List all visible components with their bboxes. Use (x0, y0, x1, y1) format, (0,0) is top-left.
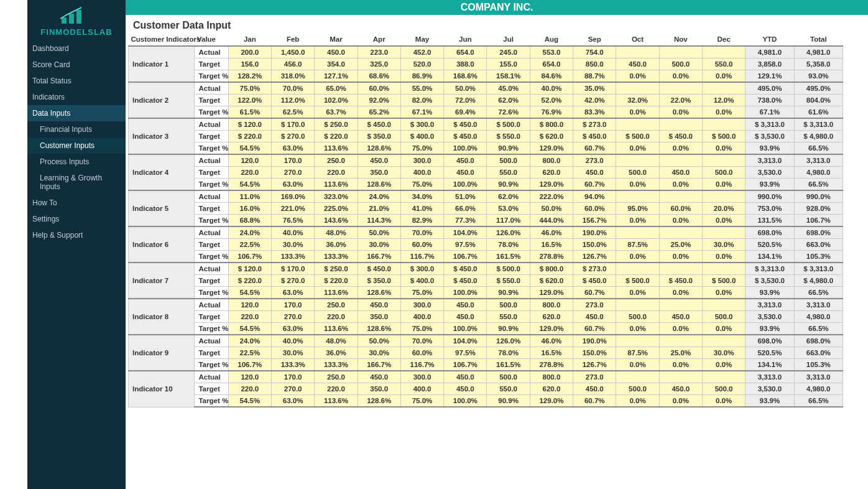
data-cell[interactable]: 0.0% (616, 106, 659, 119)
data-cell[interactable]: 41.0% (400, 203, 443, 215)
data-cell[interactable]: $ 170.0 (271, 263, 314, 275)
data-cell[interactable]: 128.6% (358, 323, 400, 335)
data-cell[interactable]: 63.0% (271, 142, 314, 155)
data-cell[interactable]: 66.0% (444, 203, 487, 215)
data-cell[interactable]: 30.0% (271, 239, 314, 251)
data-cell[interactable]: 250.0 (315, 299, 358, 311)
data-cell[interactable]: 450.0 (444, 299, 487, 311)
data-cell[interactable]: 54.5% (228, 287, 271, 299)
data-cell[interactable]: 126.0% (487, 226, 530, 239)
data-cell[interactable]: 42.0% (573, 95, 616, 106)
data-cell[interactable]: 63.0% (271, 395, 314, 408)
data-cell[interactable]: 126.7% (573, 359, 616, 371)
data-cell[interactable]: $ 400.0 (400, 131, 443, 142)
data-cell[interactable]: 444.0% (530, 215, 573, 227)
data-cell[interactable]: 169.0% (271, 190, 314, 203)
data-cell[interactable]: $ 250.0 (315, 118, 358, 131)
data-cell[interactable] (659, 190, 702, 203)
data-cell[interactable]: $ 220.0 (315, 131, 358, 142)
data-cell[interactable]: 100.0% (444, 287, 487, 299)
data-cell[interactable]: 156.7% (573, 215, 616, 227)
data-cell[interactable]: 92.0% (358, 95, 400, 106)
data-cell[interactable]: 0.0% (659, 70, 702, 83)
data-cell[interactable]: 220.0 (315, 311, 358, 323)
data-cell[interactable]: 30.0% (358, 239, 400, 251)
data-cell[interactable]: 100.0% (444, 142, 487, 155)
data-cell[interactable]: 30.0% (271, 347, 314, 359)
data-cell[interactable]: 67.1% (400, 106, 443, 119)
data-cell[interactable]: 133.3% (271, 251, 314, 263)
data-cell[interactable]: 500.0 (616, 167, 659, 179)
data-cell[interactable]: 550.0 (702, 58, 745, 70)
data-cell[interactable]: 60.0% (573, 203, 616, 215)
data-cell[interactable]: 82.9% (400, 215, 443, 227)
data-cell[interactable]: 70.0% (271, 82, 314, 95)
data-cell[interactable]: 30.0% (702, 239, 745, 251)
data-cell[interactable]: 450.0 (573, 311, 616, 323)
data-cell[interactable]: 88.7% (573, 70, 616, 83)
data-cell[interactable]: $ 300.0 (400, 118, 443, 131)
data-cell[interactable]: 76.9% (530, 106, 573, 119)
data-cell[interactable]: $ 450.0 (444, 118, 487, 131)
data-cell[interactable]: 0.0% (616, 323, 659, 335)
data-cell[interactable]: 63.0% (271, 179, 314, 191)
data-cell[interactable]: 550.0 (487, 311, 530, 323)
data-cell[interactable]: 450.0 (659, 383, 702, 395)
data-cell[interactable]: 450.0 (659, 311, 702, 323)
data-cell[interactable]: 400.0 (400, 383, 443, 395)
data-cell[interactable]: 155.0 (487, 58, 530, 70)
data-cell[interactable]: 75.0% (400, 142, 443, 155)
data-cell[interactable]: 62.0% (487, 95, 530, 106)
data-cell[interactable]: 52.0% (530, 95, 573, 106)
data-cell[interactable]: 388.0 (444, 58, 487, 70)
data-cell[interactable]: 0.0% (616, 287, 659, 299)
data-cell[interactable] (659, 263, 702, 275)
data-cell[interactable]: 0.0% (659, 287, 702, 299)
sidebar-item-how-to[interactable]: How To (27, 195, 126, 211)
data-cell[interactable]: 106.7% (444, 251, 487, 263)
data-cell[interactable]: $ 450.0 (444, 131, 487, 142)
data-cell[interactable]: $ 450.0 (444, 263, 487, 275)
data-cell[interactable]: 1,450.0 (271, 46, 314, 58)
data-cell[interactable]: $ 450.0 (358, 263, 400, 275)
data-cell[interactable]: 129.0% (530, 179, 573, 191)
data-cell[interactable]: 250.0 (315, 371, 358, 383)
data-cell[interactable]: 128.6% (358, 395, 400, 408)
data-cell[interactable]: 500.0 (616, 311, 659, 323)
data-cell[interactable]: 166.7% (358, 251, 400, 263)
data-cell[interactable] (616, 82, 659, 95)
data-cell[interactable]: 456.0 (271, 58, 314, 70)
sidebar-item-process-inputs[interactable]: Process Inputs (27, 154, 126, 170)
data-cell[interactable] (616, 46, 659, 58)
data-cell[interactable] (616, 118, 659, 131)
data-cell[interactable]: 60.7% (573, 142, 616, 155)
data-cell[interactable]: 325.0 (358, 58, 400, 70)
data-cell[interactable]: 520.0 (400, 58, 443, 70)
sidebar-item-score-card[interactable]: Score Card (27, 57, 126, 73)
data-cell[interactable]: $ 800.0 (530, 118, 573, 131)
data-cell[interactable]: 170.0 (271, 154, 314, 167)
sidebar-item-financial-inputs[interactable]: Financial Inputs (27, 121, 126, 137)
data-cell[interactable]: 90.9% (487, 287, 530, 299)
data-cell[interactable]: 300.0 (400, 299, 443, 311)
data-cell[interactable]: $ 620.0 (530, 131, 573, 142)
data-cell[interactable]: 114.3% (358, 215, 400, 227)
data-cell[interactable]: 220.0 (228, 311, 271, 323)
data-cell[interactable]: 300.0 (400, 154, 443, 167)
data-cell[interactable]: 97.5% (444, 347, 487, 359)
data-cell[interactable] (659, 226, 702, 239)
data-cell[interactable]: $ 220.0 (315, 275, 358, 287)
data-cell[interactable] (702, 46, 745, 58)
data-cell[interactable] (616, 335, 659, 347)
data-cell[interactable] (616, 154, 659, 167)
data-cell[interactable]: 450.0 (358, 371, 400, 383)
data-cell[interactable] (702, 371, 745, 383)
data-cell[interactable]: 86.9% (400, 70, 443, 83)
data-cell[interactable]: 129.0% (530, 323, 573, 335)
data-cell[interactable]: 63.0% (271, 323, 314, 335)
data-cell[interactable]: 95.0% (616, 203, 659, 215)
data-cell[interactable]: 450.0 (573, 167, 616, 179)
data-cell[interactable] (702, 154, 745, 167)
data-cell[interactable] (702, 335, 745, 347)
data-cell[interactable]: 500.0 (616, 383, 659, 395)
